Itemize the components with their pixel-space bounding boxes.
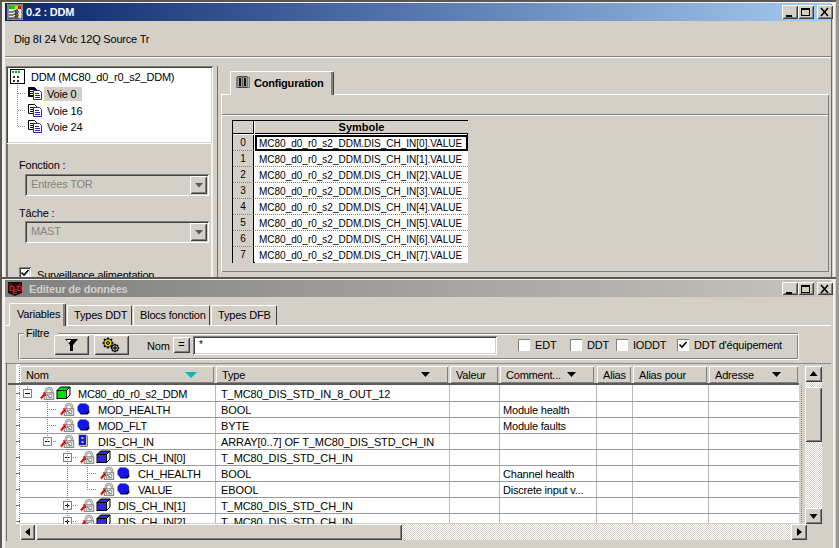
svg-text:E: E <box>13 288 18 295</box>
svg-text:D: D <box>17 284 23 293</box>
